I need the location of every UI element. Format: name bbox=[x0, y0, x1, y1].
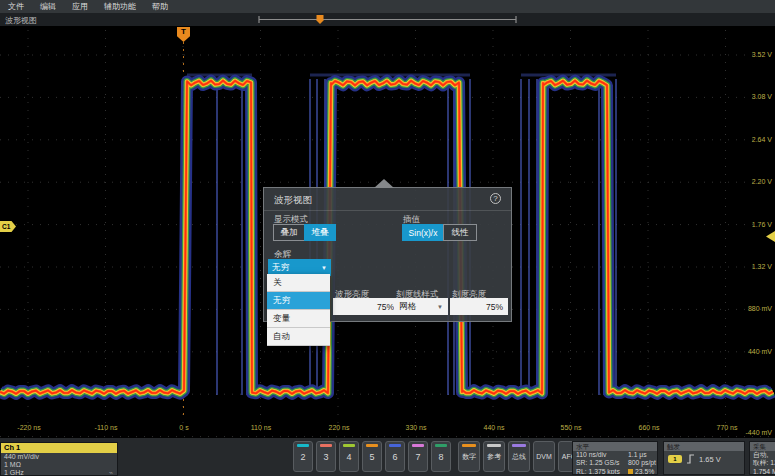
menu-item[interactable]: 应用 bbox=[72, 1, 88, 12]
voltage-tick-label: 2.64 V bbox=[738, 136, 772, 143]
graticule-intensity-value: 75% bbox=[486, 302, 503, 312]
channel-color-stripe bbox=[389, 444, 401, 447]
display-mode-stacked-button[interactable]: 堆叠 bbox=[304, 224, 336, 241]
channel1-reference-label: C1 bbox=[2, 223, 10, 230]
channel-color-stripe bbox=[462, 444, 476, 447]
help-icon[interactable]: ? bbox=[490, 193, 501, 204]
time-tick-label: 550 ns bbox=[557, 424, 585, 431]
chevron-down-icon: ▼ bbox=[321, 265, 327, 271]
channel-color-stripe bbox=[512, 444, 526, 447]
chevron-down-icon: ▼ bbox=[437, 304, 443, 310]
persistence-option[interactable]: 自动 bbox=[267, 328, 330, 346]
time-tick-label: 110 ns bbox=[247, 424, 275, 431]
add-channel-button-5[interactable]: 5 bbox=[362, 441, 382, 472]
acquisition-sample: 取样: 12 bits bbox=[753, 459, 775, 467]
add-channel-button-3[interactable]: 3 bbox=[316, 441, 336, 472]
menu-bar: 文件编辑应用辅助功能帮助 bbox=[0, 0, 775, 13]
horizontal-info: 23.5% bbox=[628, 468, 657, 475]
add-channel-button-8[interactable]: 8 bbox=[431, 441, 451, 472]
display-mode-overlay-button[interactable]: 叠加 bbox=[273, 224, 305, 241]
channel-color-stripe bbox=[366, 444, 378, 447]
probe-icon: ⌁ bbox=[109, 469, 113, 476]
channel1-badge-name: Ch 1 bbox=[1, 443, 117, 453]
voltage-tick-label: -440 mV bbox=[738, 429, 772, 436]
add-channel-button-7[interactable]: 7 bbox=[408, 441, 428, 472]
button-label: 4 bbox=[346, 452, 351, 462]
time-tick-label: 0 s bbox=[170, 424, 198, 431]
menu-item[interactable]: 辅助功能 bbox=[104, 1, 136, 12]
display-mode-group: 叠加 堆叠 bbox=[274, 224, 336, 241]
channel1-badge[interactable]: Ch 1 440 mV/div 1 MΩ 1 GHz ⌁ bbox=[0, 442, 118, 476]
button-label: 总线 bbox=[512, 452, 526, 462]
time-tick-label: 220 ns bbox=[325, 424, 353, 431]
trigger-level-value: 1.65 V bbox=[699, 455, 721, 464]
persistence-option[interactable]: 无穷 bbox=[267, 292, 330, 310]
acquisition-badge-title: 采集 bbox=[750, 442, 775, 451]
trigger-flag-label: T bbox=[181, 27, 186, 37]
horizontal-overview-bar[interactable] bbox=[0, 13, 775, 26]
trigger-badge[interactable]: 触发 1 1.65 V bbox=[663, 441, 745, 475]
waveform-intensity-field[interactable]: 75% bbox=[333, 298, 399, 315]
interpolation-sinx-button[interactable]: Sin(x)/x bbox=[402, 224, 444, 241]
waveform-intensity-value: 75% bbox=[377, 302, 394, 312]
channel-color-stripe bbox=[297, 444, 309, 447]
button-label: 5 bbox=[369, 452, 374, 462]
add-channel-button-参考[interactable]: 参考 bbox=[483, 441, 505, 472]
acquisition-badge[interactable]: 采集 自动, 取样: 12 bits 1.754 M 采集 bbox=[749, 441, 775, 475]
add-channel-button-DVM[interactable]: DVM bbox=[533, 441, 555, 472]
menu-item[interactable]: 帮助 bbox=[152, 1, 168, 12]
voltage-tick-label: 1.32 V bbox=[738, 263, 772, 270]
graticule-style-dropdown[interactable]: 网格 ▼ bbox=[394, 298, 448, 315]
acquisition-mode: 自动, bbox=[753, 451, 775, 459]
menu-item[interactable]: 文件 bbox=[8, 1, 24, 12]
button-label: 参考 bbox=[487, 452, 501, 462]
overview-trigger-marker bbox=[317, 15, 324, 24]
button-label: 8 bbox=[438, 452, 443, 462]
voltage-tick-label: 440 mV bbox=[738, 348, 772, 355]
time-tick-label: 660 ns bbox=[635, 424, 663, 431]
voltage-tick-label: 3.08 V bbox=[738, 93, 772, 100]
channel-color-stripe bbox=[320, 444, 332, 447]
voltage-tick-label: 1.76 V bbox=[738, 221, 772, 228]
persistence-value: 无穷 bbox=[272, 262, 289, 274]
button-label: 7 bbox=[415, 452, 420, 462]
dialog-divider bbox=[264, 210, 511, 211]
horizontal-info: 110 ns/div bbox=[576, 451, 628, 459]
horizontal-badge[interactable]: 水平 110 ns/div1.1 μsSR: 1.25 GS/s800 ps/p… bbox=[572, 441, 658, 475]
add-channel-button-6[interactable]: 6 bbox=[385, 441, 405, 472]
button-label: 数字 bbox=[462, 452, 476, 462]
channel-color-stripe bbox=[435, 444, 447, 447]
horizontal-badge-rows: 110 ns/div1.1 μsSR: 1.25 GS/s800 ps/ptRL… bbox=[573, 451, 657, 475]
time-tick-label: 440 ns bbox=[480, 424, 508, 431]
trigger-badge-title: 触发 bbox=[664, 442, 744, 451]
persistence-option[interactable]: 变量 bbox=[267, 310, 330, 328]
persistence-options-list: 关无穷变量自动 bbox=[267, 274, 330, 346]
time-tick-label: 330 ns bbox=[402, 424, 430, 431]
button-label: 6 bbox=[392, 452, 397, 462]
graticule-style-value: 网格 bbox=[399, 301, 416, 313]
interpolation-linear-button[interactable]: 线性 bbox=[443, 224, 477, 241]
horizontal-badge-title: 水平 bbox=[573, 442, 657, 451]
trigger-source-icon: 1 bbox=[668, 455, 682, 463]
compress-icon bbox=[628, 469, 633, 474]
channel-color-stripe bbox=[487, 444, 501, 447]
secondary-toolbar: 波形视图 bbox=[0, 13, 775, 27]
graticule-intensity-field[interactable]: 75% bbox=[450, 298, 508, 315]
time-tick-label: -110 ns bbox=[92, 424, 120, 431]
button-label: 3 bbox=[323, 452, 328, 462]
add-channel-button-4[interactable]: 4 bbox=[339, 441, 359, 472]
persistence-option[interactable]: 关 bbox=[267, 274, 330, 292]
horizontal-info: RL: 1.375 kpts bbox=[576, 468, 628, 475]
add-channel-button-总线[interactable]: 总线 bbox=[508, 441, 530, 472]
voltage-tick-label: 3.52 V bbox=[738, 51, 772, 58]
add-channel-button-数字[interactable]: 数字 bbox=[458, 441, 480, 472]
time-tick-label: 770 ns bbox=[713, 424, 741, 431]
channel-color-stripe bbox=[412, 444, 424, 447]
menu-item[interactable]: 编辑 bbox=[40, 1, 56, 12]
channel1-impedance: 1 MΩ bbox=[1, 461, 117, 469]
button-label: DVM bbox=[536, 453, 552, 460]
rising-edge-icon bbox=[686, 454, 695, 464]
bottom-bar: Ch 1 440 mV/div 1 MΩ 1 GHz ⌁ 2345678数字参考… bbox=[0, 438, 775, 476]
voltage-tick-label: 880 mV bbox=[738, 305, 772, 312]
add-channel-button-2[interactable]: 2 bbox=[293, 441, 313, 472]
